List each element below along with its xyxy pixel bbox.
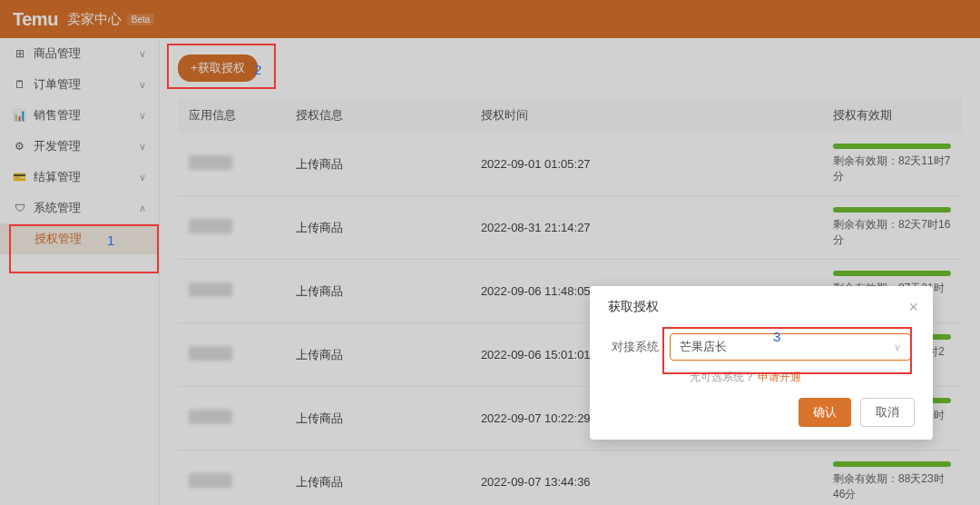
sidebar-item-label: 商品管理 <box>34 45 139 62</box>
brand-logo: Temu <box>13 9 58 30</box>
cell-time: 2022-09-07 13:44:36 <box>470 451 822 506</box>
cell-valid: 剩余有效期：88天23时46分 <box>822 451 962 506</box>
beta-badge: Beta <box>127 14 155 25</box>
chevron-down-icon: ∨ <box>894 342 901 353</box>
sidebar-submenu: 授权管理 <box>0 223 159 254</box>
cell-valid: 剩余有效期：82天11时7分 <box>822 133 962 196</box>
blurred-app-name <box>189 410 232 424</box>
col-auth: 授权信息 <box>285 98 470 133</box>
cell-app <box>178 323 285 387</box>
blurred-app-name <box>189 473 232 488</box>
cell-app <box>178 387 285 451</box>
shield-icon: 🛡 <box>13 202 26 214</box>
chevron-down-icon: ∨ <box>139 172 146 183</box>
field-label: 对接系统 <box>612 339 659 355</box>
blurred-app-name <box>189 346 232 361</box>
no-option-text: 无可选系统？ <box>690 371 755 383</box>
cell-auth: 上传商品 <box>285 451 470 506</box>
sidebar-item-label: 系统管理 <box>34 200 139 216</box>
top-header: Temu 卖家中心 Beta <box>0 0 980 38</box>
sidebar-item-label: 授权管理 <box>34 231 146 247</box>
close-icon[interactable]: × <box>908 299 918 315</box>
sidebar-item-dev[interactable]: ⚙ 开发管理 ∨ <box>0 131 159 162</box>
sidebar-item-label: 订单管理 <box>34 76 139 93</box>
sidebar-item-goods[interactable]: ⊞ 商品管理 ∨ <box>0 38 159 69</box>
order-icon: 🗒 <box>13 78 26 91</box>
col-valid: 授权有效期 <box>822 98 962 133</box>
select-value: 芒果店长 <box>680 339 727 355</box>
auth-modal: 获取授权 × 对接系统 芒果店长 ∨ 无可选系统？ 申请开通 确认 取消 <box>590 286 933 440</box>
goods-icon: ⊞ <box>13 47 26 60</box>
gear-icon: ⚙ <box>13 140 26 153</box>
cell-app <box>178 260 285 323</box>
blurred-app-name <box>189 282 232 297</box>
apply-hint: 无可选系统？ 申请开通 <box>590 366 933 392</box>
sidebar-item-settlement[interactable]: 💳 结算管理 ∨ <box>0 162 159 193</box>
remaining-text: 剩余有效期：82天11时7分 <box>833 153 951 184</box>
remaining-text: 剩余有效期：82天7时16分 <box>833 217 951 248</box>
modal-title: 获取授权 <box>608 299 659 315</box>
cell-auth: 上传商品 <box>285 260 470 323</box>
chevron-down-icon: ∨ <box>139 79 146 91</box>
sidebar-item-label: 开发管理 <box>34 138 139 154</box>
cell-auth: 上传商品 <box>285 196 470 260</box>
cell-valid: 剩余有效期：82天7时16分 <box>822 196 962 260</box>
blurred-app-name <box>189 155 232 170</box>
table-header-row: 应用信息 授权信息 授权时间 授权有效期 <box>178 98 962 133</box>
table-row: 上传商品2022-08-31 21:14:27剩余有效期：82天7时16分 <box>178 196 962 260</box>
cell-time: 2022-09-01 01:05:27 <box>470 133 822 196</box>
col-app: 应用信息 <box>178 98 285 133</box>
sidebar-item-sales[interactable]: 📊 销售管理 ∨ <box>0 100 159 131</box>
get-auth-button[interactable]: +获取授权 <box>178 54 258 82</box>
chart-icon: 📊 <box>13 109 26 122</box>
sidebar-subitem-auth[interactable]: 授权管理 <box>0 223 159 254</box>
col-time: 授权时间 <box>470 98 822 133</box>
cancel-button[interactable]: 取消 <box>860 398 915 427</box>
modal-header: 获取授权 × <box>590 286 933 324</box>
table-row: 上传商品2022-09-01 01:05:27剩余有效期：82天11时7分 <box>178 133 962 196</box>
cell-app <box>178 133 285 196</box>
sidebar: ⊞ 商品管理 ∨ 🗒 订单管理 ∨ 📊 销售管理 ∨ ⚙ 开发管理 ∨ 💳 结算… <box>0 38 160 505</box>
sidebar-item-label: 销售管理 <box>34 107 139 124</box>
cell-app <box>178 451 285 506</box>
cell-auth: 上传商品 <box>285 323 470 387</box>
remaining-text: 剩余有效期：88天23时46分 <box>833 471 951 502</box>
validity-progress <box>833 207 951 213</box>
chevron-down-icon: ∨ <box>139 48 146 60</box>
header-title: 卖家中心 <box>67 11 122 28</box>
modal-footer: 确认 取消 <box>590 392 933 427</box>
sidebar-item-orders[interactable]: 🗒 订单管理 ∨ <box>0 69 159 100</box>
cell-auth: 上传商品 <box>285 387 470 451</box>
modal-body: 对接系统 芒果店长 ∨ <box>590 324 933 366</box>
cell-time: 2022-08-31 21:14:27 <box>470 196 822 260</box>
cell-app <box>178 196 285 260</box>
chevron-down-icon: ∨ <box>139 141 146 153</box>
sidebar-item-label: 结算管理 <box>34 169 139 185</box>
chevron-up-icon: ∧ <box>139 203 146 214</box>
blurred-app-name <box>189 219 232 233</box>
validity-progress <box>833 271 951 276</box>
card-icon: 💳 <box>13 171 26 183</box>
chevron-down-icon: ∨ <box>139 110 146 122</box>
validity-progress <box>833 144 951 149</box>
apply-link[interactable]: 申请开通 <box>758 371 801 383</box>
system-select[interactable]: 芒果店长 ∨ <box>670 333 911 361</box>
validity-progress <box>833 461 951 467</box>
confirm-button[interactable]: 确认 <box>799 398 851 427</box>
sidebar-item-system[interactable]: 🛡 系统管理 ∧ <box>0 193 159 223</box>
table-row: 上传商品2022-09-07 13:44:36剩余有效期：88天23时46分 <box>178 451 962 506</box>
cell-auth: 上传商品 <box>285 133 470 196</box>
